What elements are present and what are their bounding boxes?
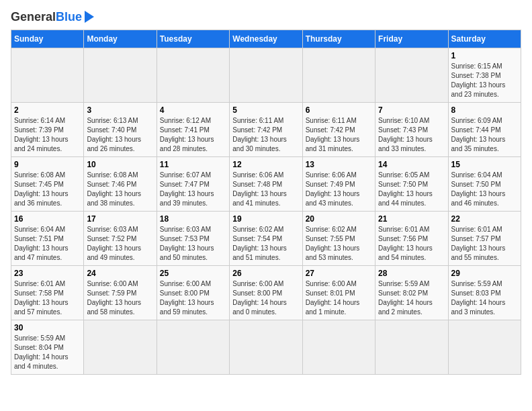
day-info: Sunrise: 6:04 AM Sunset: 7:50 PM Dayligh…	[451, 171, 518, 208]
calendar-cell	[375, 48, 448, 103]
day-info: Sunrise: 6:01 AM Sunset: 7:57 PM Dayligh…	[451, 225, 518, 263]
day-info: Sunrise: 5:59 AM Sunset: 8:02 PM Dayligh…	[378, 279, 445, 317]
calendar-cell: 11Sunrise: 6:07 AM Sunset: 7:47 PM Dayli…	[157, 157, 229, 212]
day-info: Sunrise: 6:09 AM Sunset: 7:44 PM Dayligh…	[451, 116, 518, 154]
calendar-cell: 13Sunrise: 6:06 AM Sunset: 7:49 PM Dayli…	[302, 157, 375, 212]
weekday-header-friday: Friday	[375, 30, 448, 48]
calendar-cell	[448, 320, 521, 375]
day-number: 28	[378, 269, 445, 278]
day-number: 10	[87, 160, 153, 169]
day-info: Sunrise: 6:15 AM Sunset: 7:38 PM Dayligh…	[451, 62, 518, 99]
day-number: 17	[87, 214, 153, 224]
calendar-cell	[302, 320, 375, 375]
day-info: Sunrise: 6:00 AM Sunset: 7:59 PM Dayligh…	[87, 279, 153, 317]
day-info: Sunrise: 6:00 AM Sunset: 8:01 PM Dayligh…	[306, 279, 372, 317]
calendar-cell	[84, 320, 157, 375]
day-number: 5	[232, 105, 299, 115]
day-number: 22	[451, 214, 518, 224]
logo-triangle-icon	[85, 11, 94, 23]
day-info: Sunrise: 6:12 AM Sunset: 7:41 PM Dayligh…	[160, 116, 226, 154]
calendar-cell: 19Sunrise: 6:02 AM Sunset: 7:54 PM Dayli…	[230, 212, 302, 266]
calendar-cell: 20Sunrise: 6:02 AM Sunset: 7:55 PM Dayli…	[302, 212, 375, 266]
calendar-cell: 21Sunrise: 6:01 AM Sunset: 7:56 PM Dayli…	[375, 212, 448, 266]
day-number: 12	[232, 160, 299, 169]
day-info: Sunrise: 6:10 AM Sunset: 7:43 PM Dayligh…	[378, 116, 445, 154]
weekday-header-sunday: Sunday	[11, 30, 84, 48]
weekday-header-row: SundayMondayTuesdayWednesdayThursdayFrid…	[11, 30, 521, 48]
calendar-cell	[157, 48, 229, 103]
day-number: 20	[306, 214, 372, 224]
calendar-cell	[157, 320, 229, 375]
calendar-cell: 30Sunrise: 5:59 AM Sunset: 8:04 PM Dayli…	[11, 320, 84, 375]
calendar-cell: 22Sunrise: 6:01 AM Sunset: 7:57 PM Dayli…	[448, 212, 521, 266]
calendar-row-1: 2Sunrise: 6:14 AM Sunset: 7:39 PM Daylig…	[11, 103, 521, 157]
calendar-cell	[11, 48, 84, 103]
day-number: 27	[306, 269, 372, 278]
calendar-cell: 26Sunrise: 6:00 AM Sunset: 8:00 PM Dayli…	[230, 266, 302, 320]
calendar-cell: 4Sunrise: 6:12 AM Sunset: 7:41 PM Daylig…	[157, 103, 229, 157]
calendar-row-2: 9Sunrise: 6:08 AM Sunset: 7:45 PM Daylig…	[11, 157, 521, 212]
calendar-cell	[230, 48, 302, 103]
calendar-cell: 3Sunrise: 6:13 AM Sunset: 7:40 PM Daylig…	[84, 103, 157, 157]
day-info: Sunrise: 6:05 AM Sunset: 7:50 PM Dayligh…	[378, 171, 445, 208]
day-number: 24	[87, 269, 153, 278]
day-number: 6	[306, 105, 372, 115]
calendar-cell: 2Sunrise: 6:14 AM Sunset: 7:39 PM Daylig…	[11, 103, 84, 157]
calendar-cell	[84, 48, 157, 103]
day-info: Sunrise: 6:03 AM Sunset: 7:53 PM Dayligh…	[160, 225, 226, 263]
day-info: Sunrise: 6:14 AM Sunset: 7:39 PM Dayligh…	[14, 116, 81, 154]
calendar-cell: 17Sunrise: 6:03 AM Sunset: 7:52 PM Dayli…	[84, 212, 157, 266]
day-number: 16	[14, 214, 81, 224]
day-number: 7	[378, 105, 445, 115]
logo: GeneralBlue	[11, 11, 94, 23]
calendar-cell: 1Sunrise: 6:15 AM Sunset: 7:38 PM Daylig…	[448, 48, 521, 103]
day-info: Sunrise: 5:59 AM Sunset: 8:03 PM Dayligh…	[451, 279, 518, 317]
calendar-cell	[302, 48, 375, 103]
day-number: 8	[451, 105, 518, 115]
calendar-row-0: 1Sunrise: 6:15 AM Sunset: 7:38 PM Daylig…	[11, 48, 521, 103]
day-info: Sunrise: 6:01 AM Sunset: 7:58 PM Dayligh…	[14, 279, 81, 317]
calendar-cell: 12Sunrise: 6:06 AM Sunset: 7:48 PM Dayli…	[230, 157, 302, 212]
calendar-cell: 5Sunrise: 6:11 AM Sunset: 7:42 PM Daylig…	[230, 103, 302, 157]
day-number: 3	[87, 105, 153, 115]
day-number: 4	[160, 105, 226, 115]
day-number: 29	[451, 269, 518, 278]
day-info: Sunrise: 6:02 AM Sunset: 7:54 PM Dayligh…	[232, 225, 299, 263]
day-info: Sunrise: 6:11 AM Sunset: 7:42 PM Dayligh…	[232, 116, 299, 154]
weekday-header-wednesday: Wednesday	[230, 30, 302, 48]
calendar-row-3: 16Sunrise: 6:04 AM Sunset: 7:51 PM Dayli…	[11, 212, 521, 266]
day-number: 9	[14, 160, 81, 169]
calendar-cell: 25Sunrise: 6:00 AM Sunset: 8:00 PM Dayli…	[157, 266, 229, 320]
day-info: Sunrise: 6:07 AM Sunset: 7:47 PM Dayligh…	[160, 171, 226, 208]
day-info: Sunrise: 6:01 AM Sunset: 7:56 PM Dayligh…	[378, 225, 445, 263]
day-info: Sunrise: 6:13 AM Sunset: 7:40 PM Dayligh…	[87, 116, 153, 154]
calendar-row-5: 30Sunrise: 5:59 AM Sunset: 8:04 PM Dayli…	[11, 320, 521, 375]
day-number: 11	[160, 160, 226, 169]
day-number: 19	[232, 214, 299, 224]
logo-text: GeneralBlue	[11, 11, 82, 23]
day-info: Sunrise: 6:04 AM Sunset: 7:51 PM Dayligh…	[14, 225, 81, 263]
day-number: 2	[14, 105, 81, 115]
day-info: Sunrise: 6:00 AM Sunset: 8:00 PM Dayligh…	[232, 279, 299, 317]
calendar-cell	[375, 320, 448, 375]
calendar-cell: 24Sunrise: 6:00 AM Sunset: 7:59 PM Dayli…	[84, 266, 157, 320]
day-number: 18	[160, 214, 226, 224]
calendar-cell: 18Sunrise: 6:03 AM Sunset: 7:53 PM Dayli…	[157, 212, 229, 266]
calendar-cell: 23Sunrise: 6:01 AM Sunset: 7:58 PM Dayli…	[11, 266, 84, 320]
day-number: 26	[232, 269, 299, 278]
day-info: Sunrise: 6:00 AM Sunset: 8:00 PM Dayligh…	[160, 279, 226, 317]
calendar-cell: 15Sunrise: 6:04 AM Sunset: 7:50 PM Dayli…	[448, 157, 521, 212]
day-number: 14	[378, 160, 445, 169]
calendar-cell: 28Sunrise: 5:59 AM Sunset: 8:02 PM Dayli…	[375, 266, 448, 320]
calendar-cell: 8Sunrise: 6:09 AM Sunset: 7:44 PM Daylig…	[448, 103, 521, 157]
day-number: 1	[451, 51, 518, 60]
day-info: Sunrise: 5:59 AM Sunset: 8:04 PM Dayligh…	[14, 334, 81, 371]
calendar: SundayMondayTuesdayWednesdayThursdayFrid…	[11, 30, 521, 375]
day-info: Sunrise: 6:03 AM Sunset: 7:52 PM Dayligh…	[87, 225, 153, 263]
day-number: 23	[14, 269, 81, 278]
header: GeneralBlue	[11, 11, 521, 23]
calendar-cell: 14Sunrise: 6:05 AM Sunset: 7:50 PM Dayli…	[375, 157, 448, 212]
calendar-cell: 29Sunrise: 5:59 AM Sunset: 8:03 PM Dayli…	[448, 266, 521, 320]
weekday-header-tuesday: Tuesday	[157, 30, 229, 48]
calendar-cell: 27Sunrise: 6:00 AM Sunset: 8:01 PM Dayli…	[302, 266, 375, 320]
